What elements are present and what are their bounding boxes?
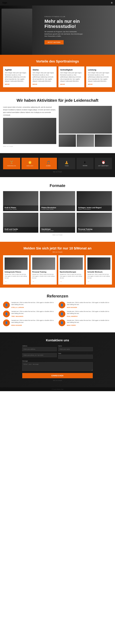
- icon-label: ZUMBA: [46, 165, 51, 166]
- melden-card-arrow[interactable]: →: [4, 280, 28, 283]
- icon-label: EXKLUSIV: [27, 165, 33, 166]
- benefit-link[interactable]: MEHR: [60, 84, 82, 85]
- melden-card: Personal Training Sample text. Click to …: [31, 255, 57, 284]
- melden-card-arrow[interactable]: →: [60, 280, 83, 283]
- ref-text: Sample text. Click to select the text bo…: [11, 302, 57, 306]
- formate-card-overlay: Kraft und Cardio Ut enim minim veniam.: [3, 227, 38, 233]
- benefit-link[interactable]: MEHR: [33, 84, 55, 85]
- ref-content: Sample text. Click to select the text bo…: [67, 310, 112, 317]
- melden-card-title: Schnelle Workouts: [87, 271, 111, 273]
- melden-card-image: [60, 258, 83, 270]
- formate-section: Formate Kraft & Pilates Ut enim minim ve…: [0, 177, 115, 242]
- referenzen-heading: Referenzen: [3, 294, 112, 298]
- formate-card-sub: Ut enim minim veniam.: [4, 208, 37, 210]
- benefit-link[interactable]: MEHR: [88, 84, 110, 85]
- melden-card-text: Sample text. Click to select the text bo…: [32, 274, 55, 279]
- formate-card[interactable]: Kraft & Pilates Ut enim minim veniam.: [3, 191, 38, 211]
- hero-cta-button[interactable]: JETZT NUTZEN: [45, 40, 64, 44]
- formate-card[interactable]: Schlagen, testen und fliegen! Melden ut …: [77, 191, 112, 211]
- phone-field-group: [22, 353, 57, 359]
- hero-title: Mehr als nur ein Fitnessstudio!: [45, 18, 111, 29]
- icon-symbol: ⏰: [102, 160, 105, 164]
- footer-text: © Cross Fitness Club: [52, 388, 63, 390]
- icon-label: 24/7 GEÖFFNET: [98, 165, 109, 166]
- formate-card-title: Schlagen, testen und fliegen!: [78, 207, 111, 208]
- referenz-card: 👤 Sample text. Click to select the text …: [58, 302, 112, 308]
- formate-caption: Bilder von Freepik: [3, 234, 112, 236]
- referenzen-grid: 👤 Sample text. Click to select the text …: [3, 302, 112, 326]
- melden-section: Melden Sie sich jetzt für nur 10 $/Monat…: [0, 242, 115, 288]
- formate-card-sub: Ut enim minim veniam.: [4, 230, 37, 232]
- benefit-card: Schnelligkeit Sem integer vitae justo ag…: [58, 66, 84, 87]
- ref-name: MIKE FERRY: [67, 324, 112, 326]
- icon-symbol: 🎵: [47, 160, 50, 164]
- icon-symbol: 🧘: [65, 160, 68, 164]
- benefits-grid: Agilität Sem integer vitae justo agit ma…: [3, 66, 112, 87]
- melden-card-arrow[interactable]: →: [32, 280, 55, 283]
- benefit-title: Leistung: [88, 69, 110, 71]
- date-input[interactable]: [58, 355, 93, 359]
- icon-symbol: ⭐: [28, 160, 32, 164]
- benefit-link[interactable]: MEHR: [5, 84, 27, 85]
- melden-card-text: Sample text. Click to select the text bo…: [87, 274, 111, 279]
- formate-card-sub: Ut enim minim veniam.: [78, 230, 111, 232]
- icon-card-yoga[interactable]: 🧘 YOGA: [58, 158, 75, 169]
- kontakt-caption: Bild von Freepik: [22, 380, 93, 381]
- icon-card-sauna[interactable]: 🌡 SAUNA: [76, 158, 94, 169]
- name-field-group: Name: [58, 345, 93, 351]
- phone-input[interactable]: [22, 353, 57, 357]
- benefit-card: Agilität Sem integer vitae justo agit ma…: [3, 66, 29, 87]
- address-label: Address: [22, 345, 57, 347]
- nav-menu-icon[interactable]: ≡: [111, 1, 113, 4]
- benefit-card: Stärke Sem integer vitae justo agit magn…: [31, 66, 57, 87]
- formate-card-sub: Melden ut Informations.: [78, 208, 111, 210]
- melden-card-text: Sample text. Click to select the text bo…: [4, 274, 28, 279]
- ref-content: Sample text. Click to select the text bo…: [67, 320, 112, 326]
- navbar: logo ≡: [0, 0, 115, 6]
- icons-strip-section: 🏋 PERSÖNLICH ⭐ EXKLUSIV 🎵 ZUMBA 🧘 YOGA 🌡…: [0, 153, 115, 177]
- icon-card-exklusiv[interactable]: ⭐ EXKLUSIV: [21, 158, 39, 169]
- benefit-text: Sem integer vitae justo agit magna ferme…: [33, 72, 55, 82]
- ref-avatar: 👤: [58, 310, 65, 317]
- message-input[interactable]: [22, 362, 93, 371]
- hero-content: CROSS-FITNESS-CLUB Mehr als nur ein Fitn…: [41, 6, 115, 55]
- formate-card[interactable]: Personal Training Ut enim minim veniam.: [77, 213, 112, 233]
- formate-card-overlay: Schlagen, testen und fliegen! Melden ut …: [77, 206, 112, 211]
- hero-section: CROSS-FITNESS-CLUB Mehr als nur ein Fitn…: [0, 6, 115, 55]
- ref-avatar: 👤: [3, 310, 10, 317]
- message-field-group: Message: [22, 360, 93, 372]
- icon-card-zumba[interactable]: 🎵 ZUMBA: [40, 158, 57, 169]
- formate-card-title: Ganzkörper: [41, 228, 74, 230]
- icon-card-24/7-geöffnet[interactable]: ⏰ 24/7 GEÖFFNET: [95, 158, 112, 169]
- melden-card-image: [87, 258, 111, 270]
- formate-card[interactable]: Kraft und Cardio Ut enim minim veniam.: [3, 213, 38, 233]
- icon-card-persönlich[interactable]: 🏋 PERSÖNLICH: [3, 158, 20, 169]
- icon-label: PERSÖNLICH: [7, 165, 16, 166]
- submit-button[interactable]: EINREICHEN: [22, 373, 93, 378]
- name-input[interactable]: [58, 347, 93, 351]
- activities-heading: Wir haben Aktivitäten für jede Leidensch…: [3, 98, 112, 103]
- benefit-text: Sem integer vitae justo agit magna ferme…: [5, 72, 27, 82]
- ref-avatar: 👤: [3, 302, 10, 308]
- formate-card[interactable]: Ganzkörper Ut enim minim veniam.: [40, 213, 75, 233]
- address-input[interactable]: [22, 347, 57, 351]
- kontakt-section: Kontaktiere uns Address Name Date Messag…: [0, 332, 115, 387]
- formate-card-overlay: Kraft & Pilates Ut enim minim veniam.: [3, 206, 38, 211]
- formate-card-overlay: Ganzkörper Ut enim minim veniam.: [40, 227, 75, 233]
- ref-text: Sample text. Click to select the text bo…: [67, 320, 112, 324]
- benefits-heading: Vorteile des Sporttrainings: [3, 60, 112, 64]
- activities-main-photo: [3, 118, 56, 144]
- formate-card-title: Kraft & Pilates: [4, 207, 37, 208]
- kontakt-heading: Kontaktiere uns: [22, 338, 93, 342]
- icon-label: YOGA: [65, 165, 68, 166]
- melden-card-arrow[interactable]: →: [87, 280, 111, 283]
- melden-card-image: [4, 258, 28, 270]
- referenz-card: 👤 Sample text. Click to select the text …: [58, 310, 112, 317]
- formate-card-title: Kraft und Cardio: [4, 228, 37, 230]
- ref-name: ERIN HOOKER: [11, 324, 57, 326]
- formate-grid: Kraft & Pilates Ut enim minim veniam. Pi…: [3, 191, 112, 233]
- formate-card[interactable]: Pilates-Revolution Ut enim minim veniam.: [40, 191, 75, 211]
- ref-name: PAUL MORPHY: [67, 316, 112, 317]
- referenz-card: 👤 Sample text. Click to select the text …: [3, 302, 57, 308]
- icons-caption: Bild von Freepik: [3, 171, 112, 172]
